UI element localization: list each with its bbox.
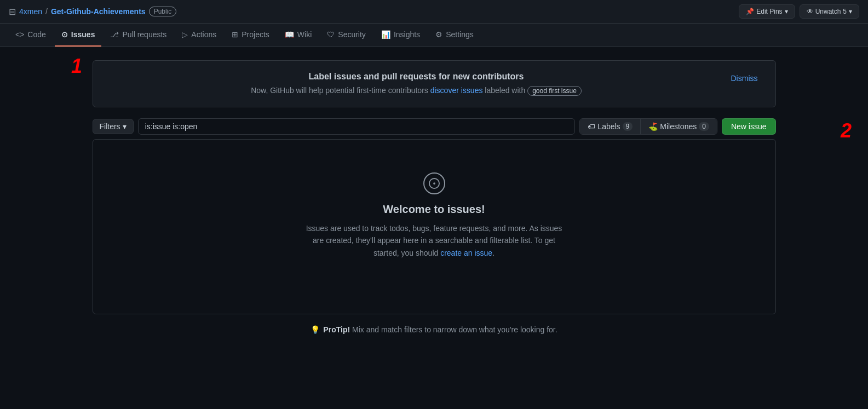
promo-banner-text: Now, GitHub will help potential first-ti… [106, 86, 727, 96]
tab-pull-requests[interactable]: ⎇ Pull requests [104, 24, 173, 47]
tab-projects[interactable]: ⊞ Projects [225, 24, 276, 47]
empty-state-icon [423, 172, 445, 194]
top-bar: ⊟ 4xmen / Get-Github-Achievements Public… [0, 0, 868, 24]
milestones-button[interactable]: ⛳ Milestones 0 [641, 119, 717, 134]
empty-desc-before: Issues are used to track todos, bugs, fe… [306, 224, 562, 257]
edit-pins-button[interactable]: 📌 Edit Pins ▾ [739, 4, 795, 19]
empty-state: Welcome to issues! Issues are used to tr… [93, 140, 775, 292]
good-first-issue-badge: good first issue [527, 86, 582, 96]
code-icon: <> [15, 30, 24, 39]
repo-owner[interactable]: 4xmen [19, 7, 42, 16]
pro-tip: 💡 ProTip! Mix and match filters to narro… [93, 325, 776, 334]
tab-code-label: Code [27, 30, 45, 39]
repo-info: ⊟ 4xmen / Get-Github-Achievements Public [9, 7, 176, 17]
annotation-1: 1 [71, 55, 82, 78]
eye-icon: 👁 [807, 8, 813, 15]
promo-banner-content: Label issues and pull requests for new c… [106, 72, 727, 96]
repo-icon: ⊟ [9, 7, 16, 17]
empty-state-title: Welcome to issues! [383, 203, 485, 216]
issues-icon: ⊙ [61, 30, 68, 39]
pin-icon: 📌 [746, 8, 754, 15]
annotation-2: 2 [841, 119, 852, 142]
labels-button[interactable]: 🏷 Labels 9 [580, 119, 641, 134]
tab-insights[interactable]: 📊 Insights [375, 24, 427, 47]
search-input[interactable] [138, 118, 576, 135]
top-bar-actions: 📌 Edit Pins ▾ 👁 Unwatch 5 ▾ [739, 4, 859, 19]
tab-settings[interactable]: ⚙ Settings [429, 24, 480, 47]
tab-settings-label: Settings [446, 30, 474, 39]
unwatch-label: Unwatch [815, 8, 841, 15]
tab-actions[interactable]: ▷ Actions [175, 24, 223, 47]
milestone-icon: ⛳ [648, 122, 658, 131]
tab-pr-label: Pull requests [122, 30, 166, 39]
unwatch-button[interactable]: 👁 Unwatch 5 ▾ [800, 4, 859, 19]
chevron-down-icon: ▾ [785, 8, 788, 15]
actions-icon: ▷ [182, 30, 188, 39]
filters-button[interactable]: Filters ▾ [93, 119, 134, 134]
lightbulb-icon: 💡 [311, 325, 320, 334]
tab-security-label: Security [338, 30, 366, 39]
settings-icon: ⚙ [435, 30, 442, 39]
visibility-badge: Public [149, 7, 177, 16]
pro-tip-label: ProTip! [323, 325, 350, 334]
create-issue-link[interactable]: create an issue [440, 249, 492, 257]
insights-icon: 📊 [381, 30, 390, 39]
projects-icon: ⊞ [232, 30, 238, 39]
labels-count: 9 [623, 122, 633, 131]
edit-pins-label: Edit Pins [756, 8, 782, 15]
empty-state-description: Issues are used to track todos, bugs, fe… [303, 222, 566, 259]
tab-actions-label: Actions [191, 30, 216, 39]
promo-banner: Label issues and pull requests for new c… [93, 60, 776, 107]
filter-group: 🏷 Labels 9 ⛳ Milestones 0 [579, 118, 717, 135]
chevron-down-icon: ▾ [849, 8, 852, 15]
pro-tip-content: ProTip! Mix and match filters to narrow … [323, 325, 557, 334]
tab-wiki[interactable]: 📖 Wiki [278, 24, 318, 47]
discover-issues-link[interactable]: discover issues [430, 86, 483, 95]
new-issue-button[interactable]: New issue [722, 118, 776, 135]
banner-text-before: Now, GitHub will help potential first-ti… [251, 86, 428, 95]
issues-area: Welcome to issues! Issues are used to tr… [93, 139, 776, 314]
tab-issues-label: Issues [71, 30, 95, 39]
milestones-count: 0 [699, 122, 709, 131]
wiki-icon: 📖 [285, 30, 294, 39]
filters-bar: Filters ▾ 🏷 Labels 9 ⛳ Milestones 0 New … [93, 118, 776, 135]
pr-icon: ⎇ [110, 30, 119, 39]
repo-name[interactable]: Get-Github-Achievements [51, 7, 146, 16]
tab-projects-label: Projects [242, 30, 269, 39]
tab-security[interactable]: 🛡 Security [320, 24, 372, 47]
nav-tabs: <> Code ⊙ Issues ⎇ Pull requests ▷ Actio… [0, 24, 868, 47]
promo-banner-title: Label issues and pull requests for new c… [106, 72, 727, 82]
label-icon: 🏷 [588, 122, 595, 131]
security-icon: 🛡 [327, 30, 335, 39]
tab-issues[interactable]: ⊙ Issues [55, 24, 102, 47]
labels-label: Labels [597, 122, 620, 131]
dismiss-button[interactable]: Dismiss [727, 72, 762, 85]
tab-insights-label: Insights [394, 30, 420, 39]
tab-code[interactable]: <> Code [9, 24, 53, 47]
repo-separator: / [45, 7, 48, 16]
tab-wiki-label: Wiki [297, 30, 312, 39]
unwatch-count: 5 [843, 8, 847, 15]
filters-label: Filters [100, 122, 120, 131]
milestones-label: Milestones [660, 122, 697, 131]
main-content: Label issues and pull requests for new c… [84, 47, 785, 347]
chevron-down-icon: ▾ [123, 122, 127, 131]
